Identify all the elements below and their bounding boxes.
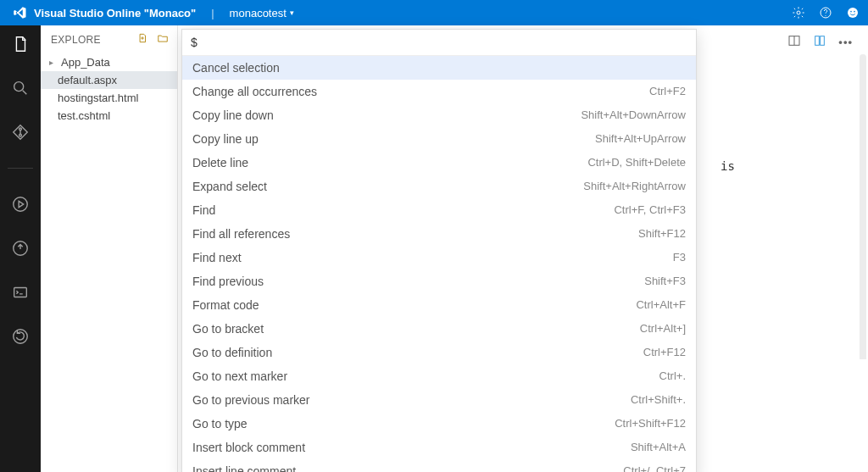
search-icon[interactable] [7,75,34,102]
svg-point-5 [854,11,855,13]
command-palette-input[interactable] [182,30,696,56]
activity-separator [8,168,33,169]
svg-rect-11 [14,288,27,297]
command-palette-item[interactable]: FindCtrl+F, Ctrl+F3 [182,198,696,222]
title-bar: Visual Studio Online "Monaco" | monacote… [0,0,868,25]
command-shortcut: Shift+Alt+RightArrow [583,178,686,195]
command-shortcut: Shift+F3 [644,273,686,290]
settings-icon[interactable] [792,6,805,19]
command-label: Insert block comment [192,439,305,456]
folder-name: App_Data [61,56,110,69]
command-palette-item[interactable]: Change all occurrencesCtrl+F2 [182,80,696,103]
command-palette: Cancel selectionChange all occurrencesCt… [181,29,697,472]
svg-point-4 [850,11,852,13]
tree-file[interactable]: test.cshtml [41,107,177,125]
split-editor-icon[interactable] [787,34,801,50]
diff-icon[interactable] [813,34,826,50]
help-icon[interactable] [819,6,832,19]
header-actions [792,6,860,19]
svg-rect-14 [815,36,820,46]
explorer-sidebar: EXPLORE ▸ App_Data default.aspxhostingst… [41,25,178,472]
command-palette-item[interactable]: Copy line upShift+Alt+UpArrow [182,127,696,151]
command-palette-item[interactable]: Go to bracketCtrl+Alt+] [182,317,696,341]
command-palette-item[interactable]: Insert block commentShift+Alt+A [182,436,696,459]
command-palette-item[interactable]: Insert line commentCtrl+/, Ctrl+7 [182,459,696,472]
refresh-icon[interactable] [7,323,34,350]
svg-point-9 [14,197,28,212]
title-divider: | [211,7,214,19]
chevron-right-icon: ▸ [49,58,58,67]
command-shortcut: Ctrl+/, Ctrl+7 [623,463,686,472]
command-label: Insert line comment [192,463,296,472]
tree-folder[interactable]: ▸ App_Data [41,53,177,71]
chevron-down-icon: ▾ [290,8,294,17]
feedback-icon[interactable] [846,6,860,19]
command-palette-item[interactable]: Go to previous markerCtrl+Shift+. [182,388,696,412]
explorer-icon[interactable] [7,31,34,58]
command-palette-item[interactable]: Find previousShift+F3 [182,269,696,293]
svg-point-6 [14,82,24,92]
file-name: test.cshtml [58,109,110,122]
command-label: Change all occurrences [192,83,317,100]
command-label: Go to previous marker [192,391,310,408]
svg-point-3 [848,8,858,18]
svg-point-7 [19,128,22,130]
command-label: Go to type [192,415,248,432]
command-label: Cancel selection [192,59,280,76]
command-shortcut: Ctrl+Alt+F [636,297,686,314]
svg-point-8 [19,134,22,136]
vs-logo-icon [8,5,31,20]
command-label: Find previous [192,273,264,290]
command-palette-item[interactable]: Find nextF3 [182,246,696,269]
command-palette-list: Cancel selectionChange all occurrencesCt… [182,56,696,472]
svg-point-2 [825,15,826,16]
command-shortcut: Ctrl+D, Shift+Delete [587,154,686,171]
file-name: default.aspx [58,74,117,86]
command-palette-item[interactable]: Find all referencesShift+F12 [182,222,696,246]
command-palette-item[interactable]: Go to next markerCtrl+. [182,364,696,388]
run-icon[interactable] [7,191,34,218]
command-label: Find all references [192,225,290,242]
workspace-name: monacotest [230,7,287,19]
editor-scrollbar[interactable] [860,54,866,410]
command-label: Copy line up [192,130,259,147]
command-label: Go to next marker [192,368,287,385]
tree-file[interactable]: hostingstart.html [41,89,177,107]
command-shortcut: Shift+Alt+DownArrow [581,107,686,124]
svg-rect-15 [821,36,825,46]
file-name: hostingstart.html [58,92,138,104]
git-icon[interactable] [7,119,34,146]
activity-bar [0,25,41,472]
command-label: Find next [192,249,242,266]
command-palette-item[interactable]: Go to definitionCtrl+F12 [182,341,696,364]
command-palette-item[interactable]: Expand selectShift+Alt+RightArrow [182,175,696,198]
console-icon[interactable] [7,279,34,306]
command-label: Delete line [192,154,248,171]
command-shortcut: Shift+F12 [638,225,686,242]
tree-file[interactable]: default.aspx [41,71,177,89]
svg-point-0 [797,11,800,14]
command-label: Find [192,202,215,219]
command-palette-item[interactable]: Copy line downShift+Alt+DownArrow [182,103,696,127]
workspace-dropdown[interactable]: monacotest ▾ [230,7,294,19]
product-title: Visual Studio Online "Monaco" [34,7,196,19]
command-palette-item[interactable]: Delete lineCtrl+D, Shift+Delete [182,151,696,175]
command-shortcut: Ctrl+F, Ctrl+F3 [614,202,686,219]
new-folder-icon[interactable] [157,32,169,47]
editor-area: ••• is Cancel selectionChange all occurr… [178,25,868,472]
explorer-header: EXPLORE [41,25,177,50]
command-shortcut: F3 [673,249,686,266]
command-shortcut: Ctrl+. [659,368,686,385]
command-shortcut: Ctrl+F2 [649,83,686,100]
command-shortcut: Ctrl+Shift+F12 [615,415,686,432]
more-icon[interactable]: ••• [838,36,853,48]
command-shortcut: Ctrl+F12 [643,344,686,361]
new-file-icon[interactable] [136,32,148,47]
command-palette-item[interactable]: Format codeCtrl+Alt+F [182,293,696,317]
command-shortcut: Shift+Alt+A [631,439,686,456]
output-icon[interactable] [7,235,34,262]
command-palette-item[interactable]: Go to typeCtrl+Shift+F12 [182,412,696,436]
command-palette-item[interactable]: Cancel selection [182,56,696,80]
command-shortcut: Shift+Alt+UpArrow [595,130,686,147]
file-tree: ▸ App_Data default.aspxhostingstart.html… [41,50,177,125]
